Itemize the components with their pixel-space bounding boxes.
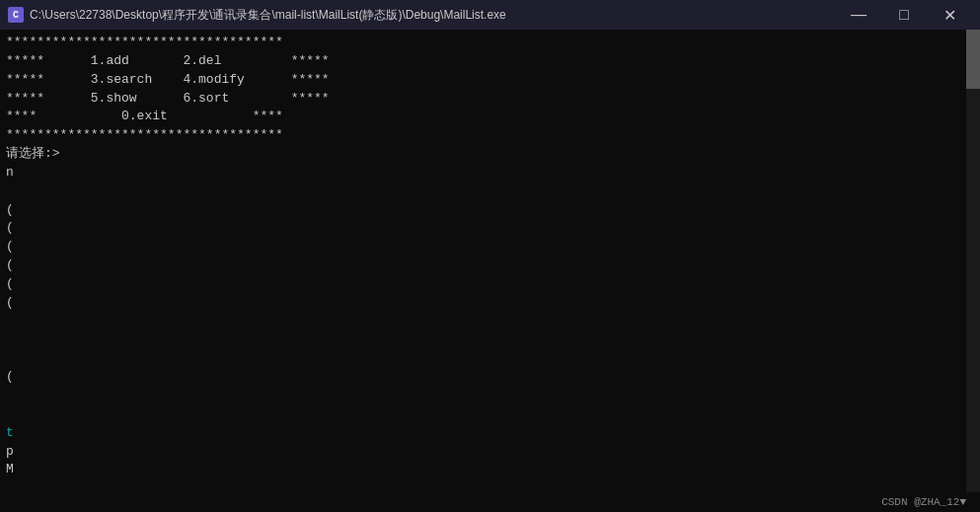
console-line: ************************************ (6, 126, 974, 145)
console-line: ***** 1.add 2.del ***** (6, 52, 974, 71)
status-bar: CSDN @ZHA_12▼ (0, 492, 980, 512)
minimize-button[interactable]: — (836, 0, 881, 30)
console-line (6, 183, 974, 201)
console-line: ( (6, 219, 974, 238)
console-line: t (6, 424, 974, 443)
console-line: ( (6, 294, 974, 313)
title-bar-left: C C:\Users\22738\Desktop\程序开发\通讯录集合\mail… (8, 7, 506, 24)
console-line: ( (6, 368, 974, 387)
title-bar: C C:\Users\22738\Desktop\程序开发\通讯录集合\mail… (0, 0, 980, 30)
console-input-line: n (6, 164, 974, 183)
console-line (6, 387, 974, 405)
console-line (6, 313, 974, 331)
console-output[interactable]: ************************************ ***… (0, 30, 980, 492)
console-line: ( (6, 256, 974, 275)
console-line: ***** 3.search 4.modify ***** (6, 71, 974, 90)
status-text: CSDN @ZHA_12▼ (881, 496, 966, 508)
maximize-button[interactable]: □ (881, 0, 927, 30)
console-line: ************************************ (6, 34, 974, 52)
console-line: ( (6, 201, 974, 220)
app-icon: C (8, 7, 24, 23)
console-line: M (6, 461, 974, 479)
close-button[interactable]: ✕ (927, 0, 972, 30)
console-line (6, 349, 974, 368)
console-line: ***** 5.show 6.sort ***** (6, 90, 974, 109)
app-icon-label: C (13, 10, 19, 21)
console-line (6, 405, 974, 424)
console-line (6, 331, 974, 350)
window-title: C:\Users\22738\Desktop\程序开发\通讯录集合\mail-l… (30, 7, 506, 24)
scrollbar[interactable] (966, 30, 980, 492)
window-controls: — □ ✕ (836, 0, 972, 30)
console-line: p (6, 443, 974, 462)
console-window: C C:\Users\22738\Desktop\程序开发\通讯录集合\mail… (0, 0, 980, 512)
console-line: **** 0.exit **** (6, 108, 974, 126)
console-line: ( (6, 275, 974, 294)
console-prompt-line: 请选择:> (6, 145, 974, 164)
scrollbar-thumb[interactable] (966, 30, 980, 89)
console-line: ( (6, 238, 974, 256)
